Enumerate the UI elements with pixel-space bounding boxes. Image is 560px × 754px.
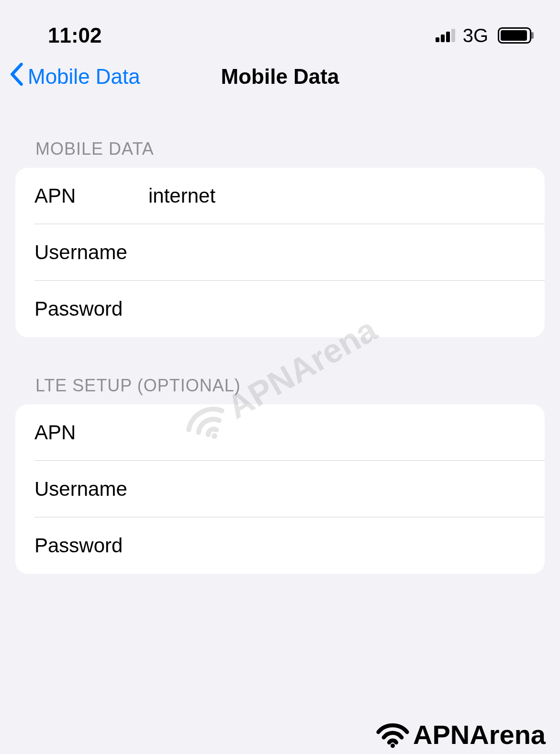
network-type: 3G bbox=[463, 25, 488, 46]
chevron-back-icon bbox=[10, 63, 24, 91]
section-header-lte: LTE SETUP (OPTIONAL) bbox=[15, 376, 545, 404]
lte-username-input[interactable] bbox=[148, 478, 526, 501]
row-apn[interactable]: APN bbox=[15, 168, 545, 224]
svg-point-1 bbox=[391, 743, 395, 748]
row-label: Password bbox=[34, 534, 148, 557]
watermark-bottom-right: APNArena bbox=[372, 719, 546, 750]
row-label: Password bbox=[34, 297, 148, 320]
status-time: 11:02 bbox=[48, 23, 102, 47]
status-bar: 11:02 3G bbox=[0, 0, 560, 53]
row-lte-password[interactable]: Password bbox=[15, 517, 545, 574]
signal-icon bbox=[436, 29, 455, 42]
password-input[interactable] bbox=[148, 297, 526, 320]
watermark-br-text: APNArena bbox=[413, 719, 546, 750]
row-label: APN bbox=[34, 184, 148, 207]
group-lte: APN Username Password bbox=[15, 404, 545, 574]
row-lte-apn[interactable]: APN bbox=[15, 404, 545, 461]
row-lte-username[interactable]: Username bbox=[15, 461, 545, 517]
status-right: 3G bbox=[436, 25, 531, 46]
back-label: Mobile Data bbox=[28, 65, 140, 89]
row-label: APN bbox=[34, 421, 148, 444]
battery-icon bbox=[498, 27, 531, 44]
row-password[interactable]: Password bbox=[15, 281, 545, 337]
nav-bar: Mobile Data Mobile Data bbox=[0, 53, 560, 110]
group-mobile-data: APN Username Password bbox=[15, 168, 545, 337]
wifi-icon bbox=[372, 720, 413, 750]
row-label: Username bbox=[34, 478, 148, 501]
apn-input[interactable] bbox=[148, 184, 526, 207]
content: MOBILE DATA APN Username Password LTE SE… bbox=[0, 110, 560, 574]
lte-password-input[interactable] bbox=[148, 534, 526, 557]
username-input[interactable] bbox=[148, 241, 526, 264]
section-header-mobile-data: MOBILE DATA bbox=[15, 139, 545, 168]
lte-apn-input[interactable] bbox=[148, 421, 526, 444]
row-username[interactable]: Username bbox=[15, 224, 545, 281]
back-button[interactable]: Mobile Data bbox=[10, 63, 140, 91]
row-label: Username bbox=[34, 241, 148, 264]
